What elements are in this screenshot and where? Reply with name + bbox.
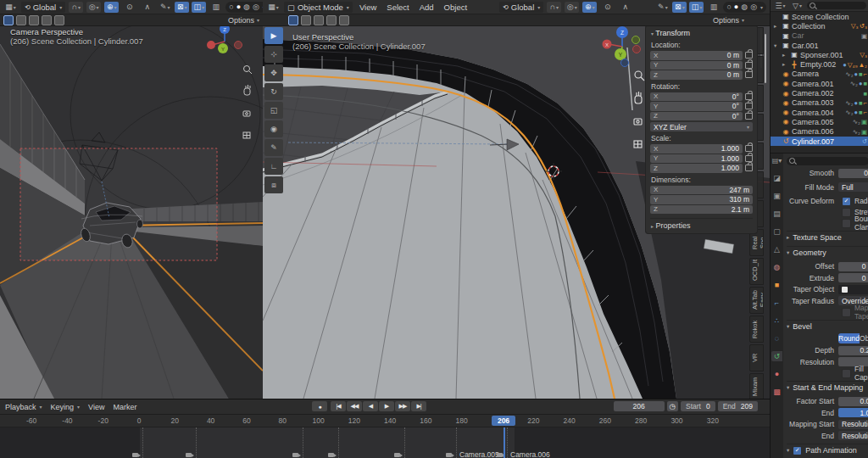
proportional-edit-icon[interactable]: ◎▾ bbox=[565, 2, 579, 13]
sidebar-tab[interactable]: Alt.Tab Easy Fo bbox=[749, 287, 764, 314]
xray-icon[interactable]: ▥ bbox=[706, 2, 721, 13]
orientation-dropdown[interactable]: ⟲Global▾ bbox=[499, 2, 543, 13]
shading-modes[interactable]: ○●◍◎▾ bbox=[723, 2, 766, 13]
timeline-ruler[interactable]: -60-40-200204060801001201401601802002202… bbox=[0, 415, 770, 427]
falloff-icon[interactable]: ⊙ bbox=[122, 2, 136, 13]
map-taper-checkbox[interactable]: ✓ bbox=[842, 308, 851, 317]
outliner-item-car[interactable]: ▣Car▣ bbox=[771, 31, 868, 41]
menu-keying[interactable]: Keying▾ bbox=[51, 403, 81, 411]
editor-type-icon[interactable]: ☰▾ bbox=[773, 1, 787, 10]
outliner-item-cylinder-007[interactable]: ↺Cylinder.007↺ bbox=[771, 137, 868, 146]
lock-icon[interactable] bbox=[745, 103, 753, 109]
proportional-edit-icon[interactable]: ◎▾ bbox=[86, 2, 101, 13]
fill-caps-checkbox[interactable]: ✓ bbox=[842, 369, 851, 378]
rotation-field[interactable]: Z0° bbox=[650, 112, 743, 121]
camera-marker-icon[interactable] bbox=[497, 453, 503, 457]
sidebar-tab[interactable]: OCD_It bbox=[749, 258, 764, 285]
gizmo-toggle-icon[interactable]: ⊠▾ bbox=[175, 2, 189, 13]
next-keyframe-button[interactable]: ▶▶ bbox=[395, 401, 410, 411]
menu-select[interactable]: Select bbox=[383, 3, 412, 12]
extrude-field[interactable]: 0 m bbox=[838, 273, 868, 282]
editor-type-icon[interactable]: ▤▾ bbox=[771, 155, 782, 165]
annotate-tool[interactable]: ✎ bbox=[264, 139, 283, 156]
curve-falloff-icon[interactable]: ∧ bbox=[618, 2, 632, 13]
annotate-icon[interactable]: ✎▾ bbox=[655, 2, 670, 13]
menu-marker[interactable]: Marker bbox=[113, 403, 136, 411]
timeline-track[interactable]: Camera.005 Camera.006 bbox=[0, 427, 770, 458]
start-end-mapping-panel[interactable]: ▾Start & End Mapping bbox=[787, 381, 868, 394]
menu-view[interactable]: View bbox=[88, 403, 104, 411]
editor-type-icon[interactable]: ▦▾ bbox=[266, 2, 281, 13]
outliner-item-camera-002[interactable]: ◉Camera.002■ bbox=[771, 88, 868, 98]
bevel-object-button[interactable]: Object bbox=[860, 333, 868, 344]
rotate-tool[interactable]: ↻ bbox=[264, 83, 283, 100]
location-field[interactable]: Y0 m bbox=[650, 61, 743, 70]
xray-icon[interactable]: ▥ bbox=[209, 2, 223, 13]
outliner-item-car-001[interactable]: ▾▣Car.001 bbox=[771, 41, 868, 50]
viewport-user[interactable]: Z X Y ▶ ⊹ ✥ ↻ ◱ ◉ ✎ ∟ ⧈ bbox=[263, 0, 770, 399]
tab-output[interactable]: ▤ bbox=[771, 209, 782, 219]
dimension-field[interactable]: Y310 m bbox=[650, 195, 753, 204]
tab-render[interactable]: ▣ bbox=[771, 191, 782, 201]
tab-world[interactable]: ◍ bbox=[771, 262, 782, 272]
menu-view[interactable]: View bbox=[356, 3, 380, 12]
fill-mode-dropdown[interactable]: Full bbox=[838, 182, 868, 192]
play-reverse-button[interactable]: ◀ bbox=[363, 401, 378, 411]
camera-viewport-canvas[interactable]: Z Y bbox=[0, 0, 263, 399]
camera-marker-icon[interactable] bbox=[132, 453, 138, 457]
snap-active-icon[interactable]: ⊕▾ bbox=[104, 2, 119, 13]
outliner-item-collection[interactable]: ▸▣Collection▽₃↺₃ bbox=[771, 21, 868, 31]
sidebar-tab[interactable]: Rokok bbox=[749, 316, 764, 343]
expand-arrow-icon[interactable]: ▸ bbox=[782, 61, 788, 68]
properties-search-input[interactable] bbox=[787, 157, 868, 165]
current-frame-badge[interactable]: 206 bbox=[492, 416, 515, 426]
playhead[interactable] bbox=[504, 427, 505, 458]
location-field[interactable]: X0 m bbox=[650, 51, 743, 60]
lock-icon[interactable] bbox=[745, 93, 753, 100]
tab-scene[interactable]: △ bbox=[771, 244, 782, 254]
options-button[interactable]: Options▾ bbox=[228, 16, 259, 25]
outliner-item-camera-001[interactable]: ◉Camera.001∿₂●■ bbox=[771, 79, 868, 88]
path-animation-panel[interactable]: ▾✓Path Animation bbox=[787, 444, 868, 456]
mapping-end-dropdown[interactable]: Resolution bbox=[838, 431, 868, 440]
select-mode-subtract-icon[interactable] bbox=[314, 15, 324, 25]
marker-label[interactable]: Camera.006 bbox=[510, 450, 550, 458]
outliner-item-camera[interactable]: ◉Camera∿₂●■⌐ bbox=[771, 70, 868, 79]
bounds-clamp-checkbox[interactable]: ✓ bbox=[842, 219, 851, 228]
rotation-field[interactable]: Y0° bbox=[650, 102, 743, 111]
select-mode-intersect-icon[interactable] bbox=[339, 15, 349, 25]
tab-modifiers[interactable]: ⌐ bbox=[771, 298, 782, 308]
path-animation-checkbox[interactable]: ✓ bbox=[793, 446, 802, 455]
rotation-mode-dropdown[interactable]: XYZ Euler▾ bbox=[650, 122, 753, 131]
lock-icon[interactable] bbox=[745, 113, 753, 120]
tab-object[interactable]: ■ bbox=[771, 280, 782, 290]
snap-active-icon[interactable]: ⊕▾ bbox=[582, 2, 597, 13]
outliner-item-camera-006[interactable]: ◉Camera.006∿₂▣ bbox=[771, 127, 868, 137]
tab-object-data[interactable]: ↺ bbox=[771, 351, 782, 361]
menu-playback[interactable]: Playback▾ bbox=[5, 403, 42, 411]
select-mode-extend-icon[interactable] bbox=[16, 15, 26, 25]
outliner-item-camera-004[interactable]: ◉Camera.004∿₂●■⌐ bbox=[771, 108, 868, 117]
smooth-field[interactable]: 0.0 bbox=[838, 169, 868, 178]
select-mode-new-icon[interactable] bbox=[3, 15, 14, 25]
falloff-icon[interactable]: ⊙ bbox=[600, 2, 615, 13]
overlays-icon[interactable]: ◫▾ bbox=[689, 2, 704, 13]
outliner-item-empty-002[interactable]: ▸╋Empty.002●▽₄₉▲₂ bbox=[771, 59, 868, 69]
select-mode-subtract-icon[interactable] bbox=[29, 15, 39, 25]
end-frame-field[interactable]: End209 bbox=[718, 401, 758, 411]
dimension-field[interactable]: X247 m bbox=[650, 186, 753, 195]
select-mode-invert-icon[interactable] bbox=[42, 15, 52, 25]
scale-field[interactable]: X1.000 bbox=[650, 144, 743, 154]
texture-space-panel[interactable]: ▸Texture Space bbox=[787, 231, 868, 243]
overlays-icon[interactable]: ◫▾ bbox=[192, 2, 206, 13]
lock-icon[interactable] bbox=[745, 165, 753, 171]
play-button[interactable]: ▶ bbox=[379, 401, 394, 411]
lock-icon[interactable] bbox=[745, 155, 753, 162]
geometry-panel[interactable]: ▾Geometry bbox=[787, 246, 868, 259]
jump-to-start-button[interactable]: |◀ bbox=[331, 401, 346, 411]
start-frame-field[interactable]: Start0 bbox=[681, 401, 715, 411]
curve-falloff-icon[interactable]: ∧ bbox=[140, 2, 154, 13]
bevel-round-button[interactable]: Round bbox=[838, 333, 860, 344]
rotation-field[interactable]: X0° bbox=[650, 92, 743, 102]
scale-tool[interactable]: ◱ bbox=[264, 102, 283, 119]
